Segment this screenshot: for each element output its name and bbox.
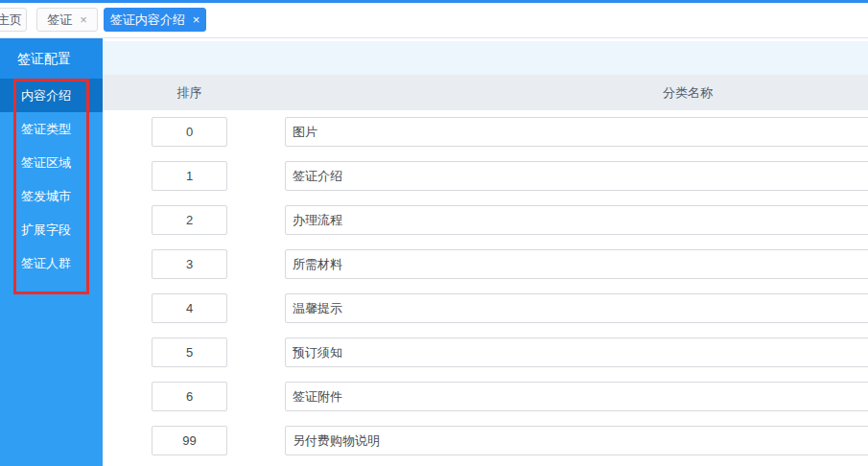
category-name-input[interactable] <box>285 293 868 323</box>
toolbar-band <box>103 41 868 75</box>
sort-input[interactable] <box>152 249 227 279</box>
close-icon[interactable]: × <box>80 13 87 26</box>
tab-visa[interactable]: 签证 × <box>36 8 98 32</box>
sidebar-item-visa-groups[interactable]: 签证人群 <box>0 246 103 280</box>
tab-visa-content-intro-label: 签证内容介绍 <box>110 12 185 29</box>
table-row <box>103 117 868 147</box>
tab-visa-content-intro[interactable]: 签证内容介绍 × <box>104 8 206 32</box>
tab-bar: 主页 签证 × 签证内容介绍 × <box>0 3 868 38</box>
column-header-sort: 排序 <box>152 75 227 110</box>
category-name-input[interactable] <box>285 205 868 235</box>
category-name-input[interactable] <box>285 249 868 279</box>
close-icon[interactable]: × <box>193 13 200 26</box>
sort-input[interactable] <box>152 293 227 323</box>
category-name-input[interactable] <box>285 338 868 367</box>
column-header-category-name: 分类名称 <box>285 75 868 110</box>
table-row <box>103 249 868 279</box>
category-name-input[interactable] <box>285 382 868 411</box>
sort-input[interactable] <box>152 117 227 147</box>
sort-input[interactable] <box>152 161 227 191</box>
sidebar: 签证配置 内容介绍 签证类型 签证区域 签发城市 扩展字段 签证人群 <box>0 38 103 466</box>
tab-visa-label: 签证 <box>47 12 72 29</box>
table-row <box>103 205 868 235</box>
sort-input[interactable] <box>152 426 227 455</box>
sort-input[interactable] <box>152 382 227 411</box>
category-name-input[interactable] <box>285 426 868 455</box>
category-name-input[interactable] <box>285 161 868 191</box>
sidebar-item-visa-region[interactable]: 签证区域 <box>0 146 103 179</box>
table-header: 排序 分类名称 <box>103 75 868 110</box>
sort-input[interactable] <box>152 205 227 235</box>
table-row <box>103 338 868 367</box>
table-row <box>103 293 868 323</box>
app-window: 主页 签证 × 签证内容介绍 × 签证配置 内容介绍 签证类型 签证区域 签发城… <box>0 0 868 466</box>
sidebar-title: 签证配置 <box>0 38 103 79</box>
sidebar-item-issuing-city[interactable]: 签发城市 <box>0 179 103 213</box>
sidebar-item-extended-fields[interactable]: 扩展字段 <box>0 213 103 246</box>
table-row <box>103 161 868 191</box>
table-row <box>103 382 868 411</box>
sort-input[interactable] <box>152 338 227 367</box>
tab-home[interactable]: 主页 <box>0 8 27 32</box>
tab-home-label: 主页 <box>0 12 22 29</box>
main-content: 排序 分类名称 <box>103 38 868 466</box>
sidebar-item-visa-type[interactable]: 签证类型 <box>0 112 103 146</box>
category-name-input[interactable] <box>285 117 868 147</box>
table-row <box>103 426 868 455</box>
sidebar-item-content-intro[interactable]: 内容介绍 <box>0 79 103 112</box>
